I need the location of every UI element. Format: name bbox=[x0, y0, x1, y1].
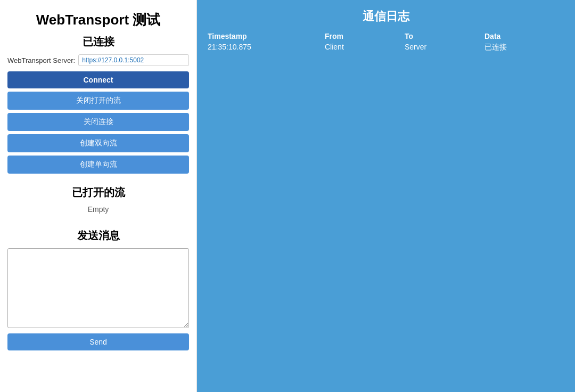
log-row: 21:35:10.875 Client Server 已连接 bbox=[208, 43, 564, 52]
right-panel: 通信日志 Timestamp From To Data 21:35:10.875… bbox=[197, 0, 575, 392]
create-bidirectional-button[interactable]: 创建双向流 bbox=[7, 134, 189, 152]
server-row: WebTransport Server: bbox=[7, 54, 189, 66]
streams-section: 已打开的流 Empty bbox=[7, 185, 189, 221]
log-cell-to: Server bbox=[405, 43, 484, 52]
streams-empty: Empty bbox=[7, 205, 189, 214]
send-textarea[interactable] bbox=[7, 248, 189, 328]
send-button[interactable]: Send bbox=[7, 333, 189, 350]
connect-button[interactable]: Connect bbox=[7, 71, 189, 88]
send-title: 发送消息 bbox=[7, 228, 189, 243]
streams-title: 已打开的流 bbox=[7, 185, 189, 200]
col-header-from: From bbox=[325, 32, 405, 40]
close-connection-button[interactable]: 关闭连接 bbox=[7, 113, 189, 131]
log-rows: 21:35:10.875 Client Server 已连接 bbox=[208, 42, 564, 52]
app-title: WebTransport 测试 bbox=[7, 11, 189, 29]
connection-status: 已连接 bbox=[7, 35, 189, 49]
server-input[interactable] bbox=[78, 54, 189, 66]
left-panel: WebTransport 测试 已连接 WebTransport Server:… bbox=[0, 0, 197, 392]
log-cell-from: Client bbox=[325, 43, 405, 52]
col-header-data: Data bbox=[484, 32, 564, 40]
log-cell-data: 已连接 bbox=[484, 43, 564, 52]
log-table-header: Timestamp From To Data bbox=[208, 32, 564, 42]
create-unidirectional-button[interactable]: 创建单向流 bbox=[7, 156, 189, 174]
col-header-timestamp: Timestamp bbox=[208, 32, 325, 40]
server-label: WebTransport Server: bbox=[7, 56, 75, 64]
close-streams-button[interactable]: 关闭打开的流 bbox=[7, 92, 189, 110]
log-title: 通信日志 bbox=[208, 9, 564, 24]
col-header-to: To bbox=[405, 32, 484, 40]
send-section: 发送消息 Send bbox=[7, 228, 189, 354]
log-cell-timestamp: 21:35:10.875 bbox=[208, 43, 325, 52]
